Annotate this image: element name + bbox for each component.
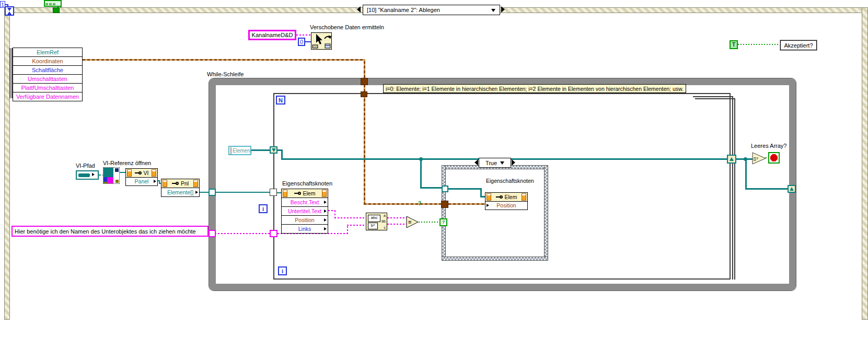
pnl-property-row-elemente[interactable]: Elemente[] — [161, 188, 199, 196]
tunnel-for-element[interactable] — [270, 146, 277, 154]
path-arrow-icon — [92, 173, 95, 176]
equals-node[interactable]: = — [406, 216, 419, 228]
vi-path-constant[interactable] — [76, 170, 99, 180]
row-output-arrow-icon — [154, 180, 156, 183]
wire-koordinaten-h[interactable] — [83, 59, 365, 61]
property-row-untertitel-text[interactable]: Untertitel.Text — [282, 206, 328, 215]
stop-octagon-icon — [770, 154, 778, 161]
case-next-arrow-icon[interactable] — [512, 159, 515, 166]
tunnel-while-array-out[interactable] — [788, 185, 796, 193]
match-pattern-icon[interactable]: abc b* a bb c — [366, 213, 387, 230]
case-question-mark: ? — [418, 201, 421, 206]
case-prev-arrow-icon[interactable] — [474, 159, 478, 166]
property-row-links[interactable]: Links — [282, 224, 328, 233]
property-row-position[interactable]: Position — [282, 215, 328, 224]
vi-path-label: VI-Pfad — [76, 162, 95, 169]
tunnel-while-string[interactable] — [209, 230, 216, 237]
case-elem-property-node[interactable]: Elem Position — [485, 192, 528, 210]
wire-index[interactable] — [305, 41, 311, 42]
wait-ms-icon[interactable] — [5, 6, 14, 16]
event-prev-arrow-icon[interactable] — [357, 6, 361, 13]
pnl-property-node[interactable]: Pnl Elemente[] — [161, 179, 200, 197]
tunnel-boolean-event[interactable] — [53, 7, 60, 13]
wire-true-to-accepted[interactable] — [738, 44, 780, 45]
tunnel-cluster-for[interactable] — [361, 91, 367, 97]
event-terminal-elemref[interactable]: ElemRef — [13, 48, 83, 57]
pnl-class-name: Pnl — [181, 180, 189, 187]
index-constant[interactable]: 0 — [298, 38, 305, 46]
svg-text:=: = — [408, 219, 411, 225]
for-loop-shadow — [732, 96, 733, 280]
vi-property-node[interactable]: VI Panel — [125, 168, 158, 186]
case-bottom-border[interactable] — [442, 257, 548, 261]
node-corner-glyph-icon — [322, 190, 327, 197]
for-count-terminal[interactable]: N — [276, 96, 285, 104]
for-loop-shadow — [693, 96, 733, 97]
tunnel-case-position[interactable] — [441, 201, 448, 208]
vi-property-row-panel[interactable]: Panel — [126, 177, 157, 186]
row-output-arrow-icon — [324, 210, 327, 213]
get-drag-data-label: Verschobene Daten ermitteln — [310, 24, 384, 30]
case-selector-label: True — [485, 160, 497, 166]
open-vi-ref-label: VI-Referenz öffnen — [103, 160, 151, 166]
event-selector[interactable]: [10] "Kanalname 2": Ablegen — [363, 5, 500, 15]
channel-string-constant[interactable]: KanalnameD&D — [248, 30, 296, 40]
case-property-row-position[interactable]: Position — [485, 201, 527, 210]
row-input-arrow-icon — [487, 204, 489, 207]
element-ring-constant[interactable]: Element — [228, 146, 251, 155]
node-corner-glyph-icon — [283, 190, 287, 197]
case-selector-dropdown-icon[interactable] — [500, 161, 504, 165]
event-selector-dropdown-icon[interactable] — [491, 9, 495, 12]
class-link-icon — [496, 195, 503, 199]
while-iteration-terminal[interactable]: i — [259, 204, 268, 213]
case-selector-terminal[interactable]: ? — [439, 218, 447, 226]
hint-string-constant[interactable]: Hier benötige ich den Namen des Unterobj… — [11, 226, 209, 237]
event-terminal-umschalttasten[interactable]: Umschalttasten — [13, 74, 83, 84]
case-elem-class-name: Elem — [505, 194, 517, 200]
tunnel-for-string[interactable] — [270, 230, 277, 237]
case-right-border[interactable] — [544, 165, 548, 261]
event-terminal-verfuegbare-datennamen[interactable]: Verfügbare Datennamen — [13, 92, 83, 101]
wire-channel-string[interactable] — [296, 34, 311, 36]
event-next-arrow-icon[interactable] — [501, 6, 505, 13]
case-selector[interactable]: True — [479, 158, 511, 168]
match-out-b: bb — [381, 219, 386, 223]
boolean-array-constant[interactable] — [44, 0, 62, 7]
get-drag-data-icon[interactable] — [311, 32, 332, 50]
event-selector-label: [10] "Kanalname 2": Ablegen — [367, 7, 440, 13]
match-pattern-string-glyph: abc — [368, 215, 380, 222]
for-loop-border[interactable] — [273, 93, 731, 280]
open-vi-reference-icon[interactable] — [103, 167, 120, 184]
true-constant[interactable]: T — [730, 40, 738, 49]
event-terminal-plattfumschalttasten[interactable]: PlattfUmschalttasten — [13, 83, 83, 92]
for-loop-shadow — [695, 98, 735, 99]
event-structure-right-border[interactable] — [862, 7, 868, 320]
elem-property-node[interactable]: Elem Beschr.Text Untertitel.Text Positio… — [281, 189, 328, 234]
wire-vi-ref[interactable] — [120, 172, 125, 173]
event-data-node[interactable]: ElemRef Koordinaten Schaltfläche Umschal… — [13, 48, 83, 101]
tunnel-for-array-out[interactable] — [727, 155, 736, 164]
match-out-a: a — [384, 214, 386, 217]
class-link-icon — [135, 171, 142, 175]
tunnel-cluster-while[interactable] — [361, 78, 368, 85]
node-corner-glyph-icon — [152, 169, 156, 177]
event-terminal-koordinaten[interactable]: Koordinaten — [13, 56, 83, 66]
tunnel-case-ref[interactable] — [442, 185, 448, 192]
match-out-c: c — [384, 226, 386, 229]
loop-condition-stop-terminal[interactable] — [768, 152, 780, 164]
case-left-border[interactable] — [442, 165, 446, 261]
match-pattern-regex-glyph: b* — [368, 223, 378, 229]
property-row-beschr-text[interactable]: Beschr.Text — [282, 197, 328, 206]
for-iteration-terminal[interactable]: i — [278, 266, 287, 275]
row-output-arrow-icon — [324, 227, 327, 230]
accepted-terminal[interactable]: Akzeptiert? — [780, 40, 817, 50]
node-corner-glyph-icon — [127, 169, 132, 177]
labview-block-diagram: { "colors": { "wire_teal": "#0d7e7e", "w… — [0, 0, 868, 337]
tunnel-for-array-in[interactable] — [270, 189, 277, 196]
tunnel-while-elemente[interactable] — [209, 189, 216, 196]
empty-array-node[interactable]: []? — [752, 152, 766, 165]
event-terminal-schaltflaeche[interactable]: Schaltfläche — [13, 65, 83, 75]
case-property-node-label: Eigenschaftsknoten — [486, 178, 534, 184]
while-loop-label: While-Schleife — [207, 71, 244, 77]
class-link-icon — [294, 191, 301, 195]
